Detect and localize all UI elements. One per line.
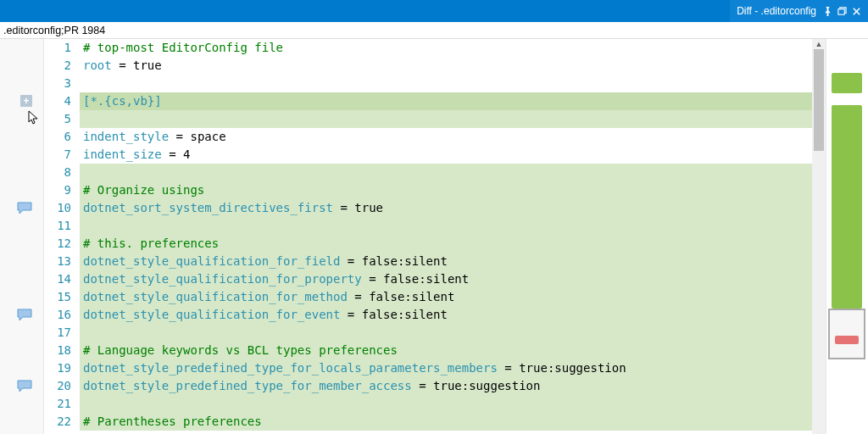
comment-icon[interactable] (17, 309, 32, 321)
line-number: 14 (44, 270, 71, 288)
active-tab[interactable]: Diff - .editorconfig (730, 0, 868, 22)
code-line[interactable]: # this. preferences (80, 235, 812, 253)
line-number: 19 (44, 359, 71, 377)
line-number: 17 (44, 324, 71, 342)
tab-title: Diff - .editorconfig (737, 5, 816, 17)
line-number: 16 (44, 306, 71, 324)
comment-icon[interactable] (17, 202, 32, 214)
line-number: 9 (44, 181, 71, 199)
editor-area: + 12345678910111213141516171819202122 # … (0, 39, 868, 434)
code-line[interactable]: root = true (80, 57, 812, 75)
minimap-diff-block[interactable] (832, 105, 862, 309)
line-number: 10 (44, 199, 71, 217)
line-number: 5 (44, 110, 71, 128)
code-line[interactable]: dotnet_style_predefined_type_for_member_… (80, 377, 812, 395)
code-line[interactable] (80, 217, 812, 235)
title-bar: Diff - .editorconfig (0, 0, 868, 22)
scroll-up-icon[interactable]: ▲ (815, 40, 823, 48)
line-number: 21 (44, 395, 71, 413)
comment-gutter: + (0, 39, 44, 434)
breadcrumb[interactable]: .editorconfig;PR 1984 (0, 22, 868, 39)
code-line[interactable]: dotnet_style_predefined_type_for_locals_… (80, 359, 812, 377)
line-number: 8 (44, 164, 71, 181)
code-line[interactable]: dotnet_style_qualification_for_method = … (80, 288, 812, 306)
code-line[interactable]: dotnet_style_qualification_for_event = f… (80, 306, 812, 324)
tab-controls (823, 7, 861, 16)
minimap-viewport[interactable] (828, 309, 865, 359)
code-line[interactable] (80, 75, 812, 92)
code-line[interactable] (80, 324, 812, 342)
code-line[interactable]: [*.{cs,vb}] (80, 92, 812, 110)
code-line[interactable]: # top-most EditorConfig file (80, 39, 812, 57)
code-line[interactable]: indent_size = 4 (80, 146, 812, 164)
code-line[interactable] (80, 395, 812, 413)
code-line[interactable]: dotnet_style_qualification_for_field = f… (80, 253, 812, 270)
code-line[interactable] (80, 164, 812, 181)
float-icon[interactable] (837, 7, 847, 16)
vertical-scrollbar[interactable]: ▲ (812, 39, 826, 434)
code-content[interactable]: # top-most EditorConfig fileroot = true[… (80, 39, 812, 434)
code-line[interactable]: dotnet_style_qualification_for_property … (80, 270, 812, 288)
code-line[interactable]: # Parentheses preferences (80, 413, 812, 431)
line-numbers: 12345678910111213141516171819202122 (44, 39, 80, 434)
comment-icon[interactable] (17, 380, 32, 392)
svg-rect-0 (838, 8, 844, 14)
line-number: 6 (44, 128, 71, 146)
line-number: 4 (44, 92, 71, 110)
close-icon[interactable] (852, 7, 861, 16)
line-number: 1 (44, 39, 71, 57)
line-number: 3 (44, 75, 71, 92)
code-line[interactable]: # Language keywords vs BCL types prefere… (80, 342, 812, 359)
line-number: 12 (44, 235, 71, 253)
code-line[interactable]: indent_style = space (80, 128, 812, 146)
scroll-thumb[interactable] (814, 49, 824, 151)
line-number: 22 (44, 413, 71, 431)
line-number: 18 (44, 342, 71, 359)
code-line[interactable]: # Organize usings (80, 181, 812, 199)
add-comment-icon[interactable]: + (20, 95, 32, 107)
line-number: 2 (44, 57, 71, 75)
pin-icon[interactable] (823, 7, 832, 16)
overview-ruler[interactable] (826, 39, 868, 434)
line-number: 20 (44, 377, 71, 395)
minimap-diff-block[interactable] (832, 73, 862, 93)
code-line[interactable] (80, 110, 812, 128)
code-line[interactable]: dotnet_sort_system_directives_first = tr… (80, 199, 812, 217)
line-number: 11 (44, 217, 71, 235)
line-number: 15 (44, 288, 71, 306)
minimap-removed-block[interactable] (835, 336, 859, 344)
line-number: 7 (44, 146, 71, 164)
line-number: 13 (44, 253, 71, 270)
